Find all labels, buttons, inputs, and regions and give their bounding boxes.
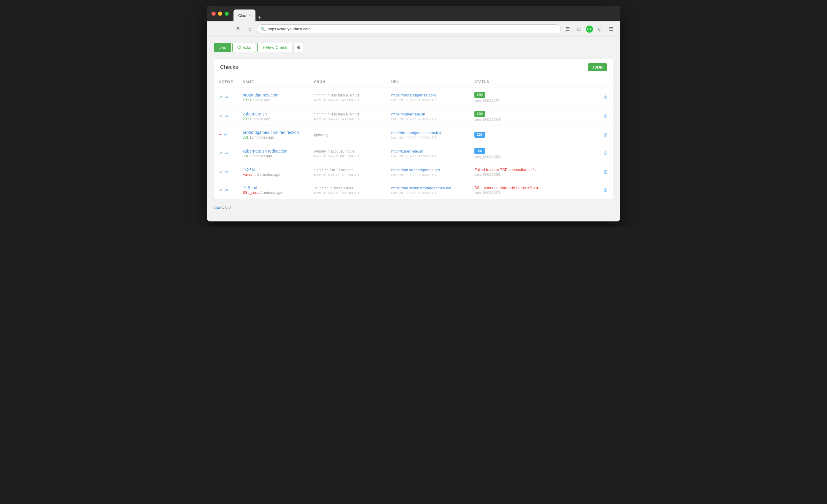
search-icon: 🔍 <box>260 27 265 31</box>
url-text: https://ciao.yourhost.com <box>267 27 311 31</box>
traffic-lights <box>211 12 229 16</box>
url-link[interactable]: https://fail.brotandgames.net <box>391 168 440 172</box>
back-button[interactable]: ← <box>211 24 221 34</box>
home-button[interactable]: ⌂ <box>245 24 254 34</box>
table-row: ✓✏kubernete.sh redirection301 8 minutes … <box>214 144 613 163</box>
status-cron-id: cron_1563372956 <box>474 173 594 176</box>
status-badge: 200 <box>474 92 485 98</box>
account-icon[interactable]: ☺ <box>595 24 604 34</box>
new-check-button[interactable]: + New Check <box>257 43 292 52</box>
cron-pattern: * * * * * in less than a minute <box>314 112 382 116</box>
check-name[interactable]: kubernete.sh redirection <box>243 149 304 154</box>
edit-icon[interactable]: ✏ <box>225 169 229 174</box>
url-last: Last: 2019-07-17 14:07:00 UTC <box>391 136 465 139</box>
url-link[interactable]: https://brotandgames.com <box>391 93 436 97</box>
check-name[interactable]: TLS fail <box>243 185 304 190</box>
library-icon[interactable]: ☰ <box>563 24 572 34</box>
status-ago: 1 minute ago <box>249 98 270 102</box>
active-tab[interactable]: Ciao × <box>234 9 255 21</box>
active-check-icon: ✓ <box>219 169 223 175</box>
check-name[interactable]: kubernete.sh <box>243 112 304 116</box>
delete-icon[interactable]: 🗑 <box>603 187 608 192</box>
checks-button[interactable]: Checks <box>232 43 256 52</box>
url-link[interactable]: http://kubernete.sh <box>391 149 423 154</box>
checks-panel: Checks JSON ACTIVE NAME CRON URL STATUS … <box>214 58 613 199</box>
delete-icon[interactable]: 🗑 <box>603 151 608 156</box>
tab-title: Ciao <box>238 13 246 18</box>
menu-icon[interactable]: ☰ <box>606 24 616 34</box>
edit-icon[interactable]: ✏ <box>225 151 229 156</box>
refresh-button[interactable]: ↻ <box>234 24 243 34</box>
footer-version: 1.0.0 <box>222 205 231 210</box>
delete-icon[interactable]: 🗑 <box>603 169 608 174</box>
tab-close-icon[interactable]: × <box>249 13 251 17</box>
cron-label: in less than a minute <box>326 93 359 97</box>
delete-icon[interactable]: 🗑 <box>603 114 608 119</box>
delete-icon[interactable]: 🗑 <box>603 132 608 137</box>
table-row: ✓✏TLS failSSL_con... 1 minute ago15 * * … <box>214 181 613 199</box>
active-check-icon: ✓ <box>219 151 223 156</box>
settings-button[interactable]: ⚙ <box>293 43 304 52</box>
status-ago: 2 minutes ago <box>257 172 280 177</box>
footer-link[interactable]: ciao <box>214 205 222 210</box>
table-row: ✓✏brotandgames.com200 1 minute ago* * * … <box>214 88 613 107</box>
address-bar[interactable]: 🔍 https://ciao.yourhost.com <box>257 24 561 34</box>
json-button[interactable]: JSON <box>588 63 607 71</box>
table-row: ✓✏TCP failFailed ... 2 minutes ago*/15 *… <box>214 163 613 181</box>
url-link[interactable]: http://brotandgames.com/404 <box>391 130 441 135</box>
active-check-icon: ✓ <box>219 113 223 119</box>
edit-icon[interactable]: ✏ <box>224 132 228 137</box>
th-action <box>598 76 613 88</box>
footer: ciao 1.0.0 <box>214 205 613 210</box>
status-error: Failed to open TCP connection to f... <box>474 167 594 172</box>
app-content: ciao Checks + New Check ⚙ Checks JSON AC… <box>207 37 620 221</box>
url-link[interactable]: https://kubernete.sh <box>391 112 425 116</box>
cron-next: Next: 2019-07-17 14:17:00 UTC <box>314 98 382 102</box>
maximize-button[interactable] <box>225 12 229 16</box>
status-badge: 200 <box>474 111 485 117</box>
status-cron-id: cron_1563372348 <box>474 118 594 121</box>
status-code: 301 <box>243 135 249 139</box>
table-row: ✓✏kubernete.sh200 1 minute ago* * * * * … <box>214 107 613 126</box>
cron-pattern: @daily in about 10 hours <box>314 149 382 154</box>
status-badge: 301 <box>474 132 485 138</box>
cron-label: in less than a minute <box>326 112 359 116</box>
status-cron-id: cron_1563372271 <box>474 99 594 102</box>
edit-icon[interactable]: ✏ <box>225 95 229 100</box>
edit-icon[interactable]: ✏ <box>225 187 229 192</box>
status-error: SSL_connect returned=1 errno=0 sta... <box>474 185 594 190</box>
edit-icon[interactable]: ✏ <box>225 114 229 119</box>
close-button[interactable] <box>211 12 216 16</box>
checks-table: ACTIVE NAME CRON URL STATUS ✓✏brotandgam… <box>214 76 613 199</box>
profile-icon[interactable]: B+ <box>586 25 593 33</box>
forward-button[interactable]: → <box>223 24 232 34</box>
cron-label: in about 1 hour <box>329 186 353 190</box>
new-tab-button[interactable]: + <box>255 14 264 21</box>
nav-right-icons: ☰ □ B+ ☺ ☰ <box>563 24 616 34</box>
check-name[interactable]: brotandgames.com redirection <box>243 130 304 135</box>
status-code: 200 <box>243 117 249 121</box>
tabs-icon[interactable]: □ <box>575 24 583 34</box>
th-active: ACTIVE <box>214 76 238 88</box>
toolbar: ciao Checks + New Check ⚙ <box>214 43 613 52</box>
url-last: Last: 2019-07-17 14:16:00 UTC <box>391 117 465 121</box>
ciao-logo-button[interactable]: ciao <box>214 43 231 52</box>
cron-next: Next: 2019-07-17 14:30:00 UTC <box>314 173 382 177</box>
th-status: STATUS <box>470 76 598 88</box>
check-name[interactable]: TCP fail <box>243 167 304 172</box>
status-cron-id: cron_1563372976 <box>474 191 594 194</box>
minimize-button[interactable] <box>218 12 222 16</box>
url-link[interactable]: https://fail.dokku.brotandgames.net <box>391 186 451 190</box>
active-check-icon: ✓ <box>219 94 223 100</box>
panel-header: Checks JSON <box>214 58 613 76</box>
status-cron-id: cron_1563372553 <box>474 155 594 159</box>
cron-pattern: * * * * * in less than a minute <box>314 93 382 97</box>
check-name[interactable]: brotandgames.com <box>243 93 304 97</box>
cron-pattern: */15 * * * * in 13 minutes <box>314 167 382 172</box>
active-check-icon: ✓ <box>219 187 223 193</box>
url-last: Last: 2019-07-17 14:09:00 UTC <box>391 154 465 158</box>
panel-title: Checks <box>220 64 238 70</box>
inactive-minus-icon: − <box>219 132 222 137</box>
status-ago: 8 minutes ago <box>249 154 272 158</box>
delete-icon[interactable]: 🗑 <box>603 95 608 100</box>
